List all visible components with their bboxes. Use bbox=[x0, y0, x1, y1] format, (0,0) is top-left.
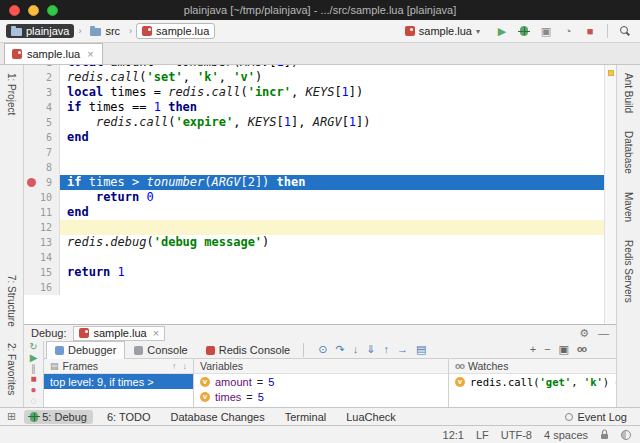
show-execution-point-icon[interactable]: ⊙ bbox=[318, 344, 327, 355]
tool-window-button-maven[interactable]: Maven bbox=[623, 192, 634, 222]
lock-icon[interactable] bbox=[600, 429, 609, 440]
debug-button[interactable] bbox=[515, 22, 533, 40]
copy-watch-icon[interactable]: ▣ bbox=[559, 344, 569, 355]
gutter-line-6[interactable]: 6 bbox=[24, 130, 60, 145]
add-watch-icon[interactable]: + bbox=[530, 344, 536, 355]
editor-line-11[interactable]: end bbox=[60, 205, 604, 220]
search-everywhere-button[interactable] bbox=[616, 22, 634, 40]
frame-item[interactable]: top level: 9, if times > bbox=[44, 374, 193, 389]
status-widget-0[interactable]: 12:1 bbox=[443, 429, 464, 441]
code-token: call bbox=[110, 70, 139, 84]
code-token: ARGV bbox=[240, 65, 269, 69]
editor-line-4[interactable]: if times == 1 then bbox=[60, 100, 604, 115]
editor-line-12[interactable] bbox=[60, 220, 604, 235]
run-to-cursor-icon[interactable]: → bbox=[397, 344, 408, 355]
status-widget-1[interactable]: LF bbox=[476, 429, 489, 441]
gutter-line-7[interactable]: 7 bbox=[24, 145, 60, 160]
gutter-line-16[interactable]: 16 bbox=[24, 280, 60, 295]
gutter-line-9[interactable]: 9 bbox=[24, 175, 60, 190]
watch-item[interactable]: vredis.call('get', 'k') = v bbox=[449, 374, 616, 389]
tool-window-button-2-favorites[interactable]: 2: Favorites bbox=[6, 343, 17, 395]
gutter-line-8[interactable]: 8 bbox=[24, 160, 60, 175]
tool-window-button-database-changes[interactable]: Database Changes bbox=[164, 410, 270, 424]
tool-window-button-terminal[interactable]: Terminal bbox=[279, 410, 333, 424]
gutter-line-3[interactable]: 3 bbox=[24, 85, 60, 100]
editor-line-10[interactable]: return 0 bbox=[60, 190, 604, 205]
variable-item-times[interactable]: vtimes = 5 bbox=[194, 389, 448, 404]
editor-line-6[interactable]: end bbox=[60, 130, 604, 145]
tool-window-button-redis-servers[interactable]: Redis Servers bbox=[623, 240, 634, 303]
step-into-icon[interactable]: ↓ bbox=[353, 344, 359, 355]
tool-window-button-5-debug[interactable]: 5: Debug bbox=[24, 410, 93, 424]
editor[interactable]: 1local amount = tonumber(ARGV[1])2redis.… bbox=[24, 65, 616, 324]
editor-line-3[interactable]: local times = redis.call('incr', KEYS[1]… bbox=[60, 85, 604, 100]
previous-frame-icon[interactable]: ↑ bbox=[172, 361, 177, 371]
tool-window-button-luacheck[interactable]: LuaCheck bbox=[340, 410, 402, 424]
stop-button[interactable]: ■ bbox=[581, 22, 599, 40]
force-step-into-icon[interactable]: ⇓ bbox=[366, 344, 375, 355]
tool-window-button-7-structure[interactable]: 7: Structure bbox=[6, 275, 17, 327]
gutter-line-15[interactable]: 15 bbox=[24, 265, 60, 280]
step-out-icon[interactable]: ↑ bbox=[383, 344, 389, 355]
show-watches-icon[interactable]: oo bbox=[577, 345, 586, 354]
gutter-line-5[interactable]: 5 bbox=[24, 115, 60, 130]
close-icon[interactable]: × bbox=[87, 49, 93, 60]
tool-window-switcher-icon[interactable]: ⊞ bbox=[7, 410, 16, 423]
gutter-line-12[interactable]: 12 bbox=[24, 220, 60, 235]
editor-line-7[interactable] bbox=[60, 145, 604, 160]
editor-tab-sample-lua[interactable]: sample.lua× bbox=[4, 43, 103, 64]
editor-line-2[interactable]: redis.call('set', 'k', 'v') bbox=[60, 70, 604, 85]
tool-window-button-6-todo[interactable]: 6: TODO bbox=[101, 410, 157, 424]
debug-tab-debugger[interactable]: Debugger bbox=[46, 341, 125, 359]
gutter-line-14[interactable]: 14 bbox=[24, 250, 60, 265]
tool-window-button-ant-build[interactable]: Ant Build bbox=[623, 73, 634, 113]
breadcrumb-item-sample-lua[interactable]: sample.lua bbox=[136, 23, 215, 39]
status-widget-3[interactable]: 4 spaces bbox=[544, 429, 588, 441]
breakpoint-icon[interactable] bbox=[27, 178, 36, 187]
breadcrumb-item-src[interactable]: src bbox=[85, 24, 125, 38]
remove-watch-icon[interactable]: − bbox=[544, 344, 550, 355]
hide-tool-window-icon[interactable]: — bbox=[598, 328, 609, 339]
error-stripe[interactable] bbox=[604, 65, 616, 324]
editor-line-8[interactable] bbox=[60, 160, 604, 175]
warning-marker-icon[interactable] bbox=[608, 70, 614, 76]
editor-line-14[interactable] bbox=[60, 250, 604, 265]
step-over-icon[interactable]: ↷ bbox=[335, 344, 344, 355]
memory-indicator-icon[interactable] bbox=[621, 430, 631, 440]
code-token: ]) bbox=[284, 65, 298, 69]
editor-line-5[interactable]: redis.call('expire', KEYS[1], ARGV[1]) bbox=[60, 115, 604, 130]
coverage-button[interactable]: ▣ bbox=[537, 22, 555, 40]
gutter-line-13[interactable]: 13 bbox=[24, 235, 60, 250]
debug-tab-console[interactable]: Console bbox=[125, 341, 196, 359]
bug-icon bbox=[30, 412, 38, 422]
event-log-button[interactable]: Event Log bbox=[559, 410, 633, 424]
editor-line-9[interactable]: if times > tonumber(ARGV[2]) then bbox=[60, 175, 604, 190]
evaluate-expression-icon[interactable]: ▤ bbox=[416, 344, 426, 355]
mute-breakpoints-button[interactable]: ◌ bbox=[31, 396, 37, 407]
debug-session-tab[interactable]: sample.lua× bbox=[73, 326, 165, 341]
editor-line-16[interactable] bbox=[60, 280, 604, 295]
code-token: [ bbox=[277, 115, 284, 129]
editor-scroll-area[interactable]: 1local amount = tonumber(ARGV[1])2redis.… bbox=[24, 65, 604, 324]
close-window-button[interactable] bbox=[9, 5, 20, 16]
run-button[interactable]: ▶ bbox=[493, 22, 511, 40]
gutter-line-10[interactable]: 10 bbox=[24, 190, 60, 205]
next-frame-icon[interactable]: ↓ bbox=[183, 361, 188, 371]
breadcrumb-item-plainjava[interactable]: plainjava bbox=[6, 24, 74, 38]
tool-window-button-1-project[interactable]: 1: Project bbox=[6, 73, 17, 115]
editor-line-15[interactable]: return 1 bbox=[60, 265, 604, 280]
gutter-line-2[interactable]: 2 bbox=[24, 70, 60, 85]
zoom-window-button[interactable] bbox=[47, 5, 58, 16]
debug-tab-redis-console[interactable]: Redis Console bbox=[197, 341, 300, 359]
editor-line-13[interactable]: redis.debug('debug message') bbox=[60, 235, 604, 250]
tool-window-button-database[interactable]: Database bbox=[623, 131, 634, 174]
profiler-button[interactable]: ◔ bbox=[559, 22, 577, 40]
gutter-line-11[interactable]: 11 bbox=[24, 205, 60, 220]
close-icon[interactable]: × bbox=[153, 328, 159, 339]
settings-icon[interactable]: ⚙ bbox=[579, 328, 589, 339]
run-config-selector[interactable]: sample.lua▾ bbox=[400, 24, 485, 38]
status-widget-2[interactable]: UTF-8 bbox=[501, 429, 532, 441]
minimize-window-button[interactable] bbox=[28, 5, 39, 16]
gutter-line-4[interactable]: 4 bbox=[24, 100, 60, 115]
variable-item-amount[interactable]: vamount = 5 bbox=[194, 374, 448, 389]
